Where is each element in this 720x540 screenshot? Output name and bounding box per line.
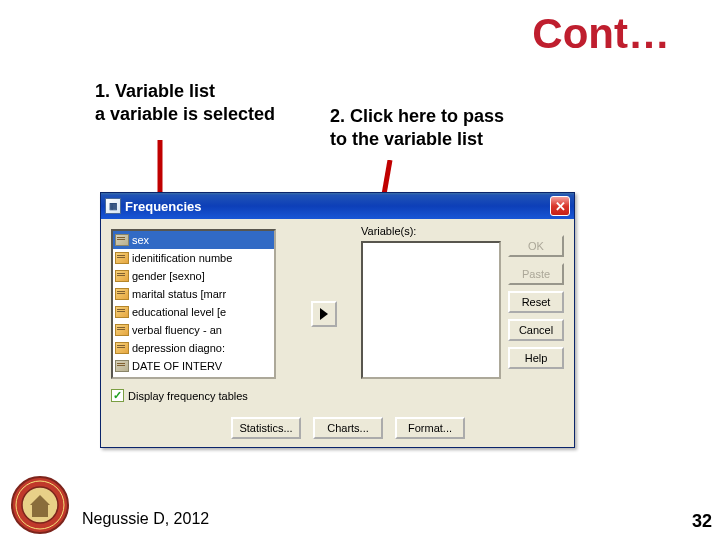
- numeric-var-icon: [115, 270, 129, 282]
- var-label: DATE OF INTERV: [132, 360, 222, 372]
- slide-title: Cont…: [532, 10, 670, 58]
- annotation-2-line2: to the variable list: [330, 129, 483, 149]
- string-var-icon: [115, 234, 129, 246]
- app-icon: ▦: [105, 198, 121, 214]
- checkbox-label: Display frequency tables: [128, 390, 248, 402]
- paste-button[interactable]: Paste: [508, 263, 564, 285]
- annotation-2-line1: 2. Click here to pass: [330, 106, 504, 126]
- list-item[interactable]: DATE OF BIRTH [: [113, 375, 274, 379]
- page-number: 32: [692, 511, 712, 532]
- university-logo-icon: [10, 475, 70, 535]
- numeric-var-icon: [115, 342, 129, 354]
- annotation-1-line2: a variable is selected: [95, 104, 275, 124]
- list-item[interactable]: DATE OF INTERV: [113, 357, 274, 375]
- checkbox-icon: ✓: [111, 389, 124, 402]
- move-right-button[interactable]: [311, 301, 337, 327]
- list-item[interactable]: gender [sexno]: [113, 267, 274, 285]
- var-label: idenitification numbe: [132, 252, 232, 264]
- footer-author: Negussie D, 2012: [82, 510, 209, 528]
- target-list-label: Variable(s):: [361, 225, 416, 237]
- var-label: educational level [e: [132, 306, 226, 318]
- list-item[interactable]: marital status [marr: [113, 285, 274, 303]
- titlebar[interactable]: ▦ Frequencies ✕: [101, 193, 574, 219]
- list-item[interactable]: idenitification numbe: [113, 249, 274, 267]
- annotation-1: 1. Variable list a variable is selected: [95, 80, 275, 127]
- help-button[interactable]: Help: [508, 347, 564, 369]
- target-variable-list[interactable]: [361, 241, 501, 379]
- format-button[interactable]: Format...: [395, 417, 465, 439]
- string-var-icon: [115, 378, 129, 379]
- reset-button[interactable]: Reset: [508, 291, 564, 313]
- bottom-buttons: Statistics... Charts... Format...: [231, 417, 465, 439]
- numeric-var-icon: [115, 288, 129, 300]
- annotation-1-line1: 1. Variable list: [95, 81, 215, 101]
- svg-rect-6: [32, 505, 48, 517]
- var-label: depression diagno:: [132, 342, 225, 354]
- var-label: DATE OF BIRTH [: [132, 378, 221, 379]
- list-item[interactable]: educational level [e: [113, 303, 274, 321]
- var-label: gender [sexno]: [132, 270, 205, 282]
- charts-button[interactable]: Charts...: [313, 417, 383, 439]
- cancel-button[interactable]: Cancel: [508, 319, 564, 341]
- numeric-var-icon: [115, 324, 129, 336]
- var-label: marital status [marr: [132, 288, 226, 300]
- statistics-button[interactable]: Statistics...: [231, 417, 301, 439]
- frequencies-dialog: ▦ Frequencies ✕ sex idenitification numb…: [100, 192, 575, 448]
- var-label: verbal fluency - an: [132, 324, 222, 336]
- list-item[interactable]: sex: [113, 231, 274, 249]
- numeric-var-icon: [115, 306, 129, 318]
- numeric-var-icon: [115, 252, 129, 264]
- string-var-icon: [115, 360, 129, 372]
- list-item[interactable]: verbal fluency - an: [113, 321, 274, 339]
- display-frequency-checkbox[interactable]: ✓ Display frequency tables: [111, 389, 248, 402]
- button-column: OK Paste Reset Cancel Help: [508, 235, 564, 369]
- annotation-2: 2. Click here to pass to the variable li…: [330, 105, 504, 152]
- var-label: sex: [132, 234, 149, 246]
- dialog-title: Frequencies: [125, 199, 202, 214]
- ok-button[interactable]: OK: [508, 235, 564, 257]
- source-variable-list[interactable]: sex idenitification numbe gender [sexno]…: [111, 229, 276, 379]
- dialog-body: sex idenitification numbe gender [sexno]…: [101, 219, 574, 447]
- list-item[interactable]: depression diagno:: [113, 339, 274, 357]
- close-button[interactable]: ✕: [550, 196, 570, 216]
